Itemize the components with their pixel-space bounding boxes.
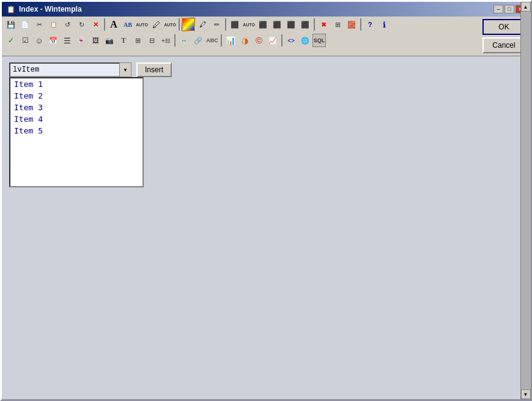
paint-button[interactable]: 🖊: [149, 18, 163, 31]
del2-button[interactable]: ✖: [317, 18, 330, 31]
colors3-button[interactable]: ✏: [210, 18, 223, 31]
scroll-down-button[interactable]: ▼: [521, 389, 531, 399]
new-button[interactable]: 📄: [18, 18, 32, 31]
align4-button[interactable]: ⬛: [298, 18, 312, 31]
link-button[interactable]: ↔: [177, 34, 191, 47]
cut-button[interactable]: ✂: [32, 18, 46, 31]
sep5: [360, 18, 361, 31]
calendar-button[interactable]: 📅: [46, 34, 60, 47]
text3-button[interactable]: T: [117, 34, 130, 47]
controls-row: lvItem ▼ Insert: [9, 62, 523, 77]
dropdown-value: lvItem: [13, 66, 39, 74]
sep7: [221, 34, 222, 47]
maximize-button[interactable]: □: [504, 5, 514, 13]
sep4: [314, 18, 315, 31]
ghost-button[interactable]: 👻: [75, 34, 88, 47]
code-button[interactable]: <>: [284, 34, 298, 47]
ok-button[interactable]: OK: [482, 19, 525, 35]
title-bar-left: 📋 Index - Wintempla: [7, 5, 82, 13]
redo-button[interactable]: ↻: [75, 18, 88, 31]
web-button[interactable]: 🌐: [298, 34, 312, 47]
grid2-button[interactable]: ⊞: [131, 34, 144, 47]
dropdown-display[interactable]: lvItem: [9, 62, 131, 77]
grid-button[interactable]: ⊞: [331, 18, 344, 31]
title-bar: 📋 Index - Wintempla – □ ✕: [2, 2, 530, 17]
sep3: [225, 18, 226, 31]
list-item[interactable]: Item 5: [10, 125, 142, 137]
minimize-button[interactable]: –: [493, 5, 503, 13]
text-ab-button[interactable]: AB: [121, 18, 135, 31]
delete-button[interactable]: ✕: [89, 18, 102, 31]
pie-button[interactable]: ◑: [238, 34, 251, 47]
toolbar-row-1: 💾 📄 ✂ 📋 ↺ ↻ ✕ A AB AUTO 🖊 AUTO 🖍 ✏ ⬛ AU: [2, 17, 478, 32]
image-button[interactable]: 🖼: [89, 34, 102, 47]
list-box[interactable]: Item 1 Item 2 Item 3 Item 4 Item 5: [9, 77, 144, 187]
text-auto-button[interactable]: AUTO: [135, 18, 149, 31]
copy-button[interactable]: 📋: [46, 18, 60, 31]
colors1-button[interactable]: [182, 18, 195, 31]
check2-button[interactable]: ☑: [18, 34, 32, 47]
auto-square-button[interactable]: AUTO: [242, 18, 256, 31]
sql-button[interactable]: SQL: [312, 34, 326, 47]
content-area: lvItem ▼ Insert Item 1 Item 2 Item 3 Ite…: [2, 56, 530, 399]
list-item[interactable]: Item 3: [10, 102, 142, 113]
main-content: lvItem ▼ Insert Item 1 Item 2 Item 3 Ite…: [2, 56, 530, 399]
check1-button[interactable]: ✓: [4, 34, 18, 47]
align2-button[interactable]: ⬛: [270, 18, 284, 31]
square-button[interactable]: ⬛: [228, 18, 242, 31]
list-button[interactable]: ☰: [61, 34, 74, 47]
main-window: 📋 Index - Wintempla – □ ✕ 💾 📄 ✂ 📋 ↺ ↻ ✕ …: [0, 0, 532, 401]
dropdown-wrapper: lvItem ▼: [9, 62, 131, 77]
align1-button[interactable]: ⬛: [256, 18, 270, 31]
help-button[interactable]: ?: [363, 18, 377, 31]
scrollbar-vertical[interactable]: ▲ ▼: [520, 56, 530, 399]
insert-button[interactable]: Insert: [136, 62, 172, 77]
link2-button[interactable]: 🔗: [191, 34, 205, 47]
chart-button[interactable]: 📈: [266, 34, 279, 47]
bar-button[interactable]: 📊: [224, 34, 237, 47]
undo-button[interactable]: ↺: [61, 18, 74, 31]
abc-button[interactable]: ABC: [205, 34, 219, 47]
cancel-button[interactable]: Cancel: [482, 37, 525, 53]
scroll-track: [521, 56, 531, 389]
colors2-button[interactable]: 🖍: [196, 18, 209, 31]
paint-auto-button[interactable]: AUTO: [163, 18, 177, 31]
list-item[interactable]: Item 4: [10, 113, 142, 125]
title-icon: 📋: [7, 6, 15, 13]
sep1: [104, 18, 105, 31]
list-item[interactable]: Item 1: [10, 78, 142, 90]
table-add-button[interactable]: +⊟: [159, 34, 172, 47]
save-button[interactable]: 💾: [4, 18, 18, 31]
align3-button[interactable]: ⬛: [284, 18, 298, 31]
bricks-button[interactable]: 🧱: [345, 18, 358, 31]
dropdown-arrow[interactable]: ▼: [119, 62, 131, 77]
sep2: [179, 18, 180, 31]
sep6: [174, 34, 175, 47]
cc-button[interactable]: ⓒ: [252, 34, 265, 47]
window-title: Index - Wintempla: [19, 5, 82, 13]
smiley-button[interactable]: ☺: [32, 34, 46, 47]
list-item[interactable]: Item 2: [10, 90, 142, 102]
text-a-button[interactable]: A: [107, 18, 120, 31]
info-button[interactable]: ℹ: [377, 18, 391, 31]
image2-button[interactable]: 📷: [103, 34, 116, 47]
sep8: [281, 34, 283, 47]
table-button[interactable]: ⊟: [145, 34, 158, 47]
toolbar-row-2: ✓ ☑ ☺ 📅 ☰ 👻 🖼 📷 T ⊞ ⊟ +⊟ ↔ 🔗 ABC 📊 ◑ ⓒ: [2, 32, 478, 48]
